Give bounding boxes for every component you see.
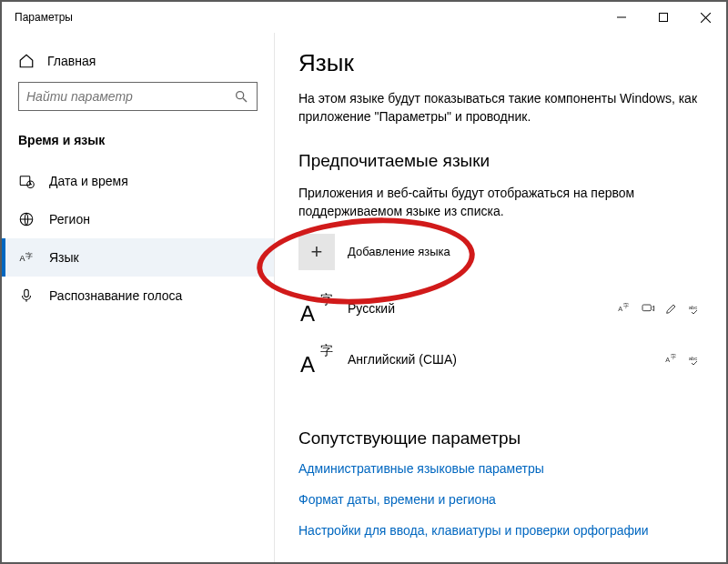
svg-text:A: A xyxy=(20,254,25,263)
link-admin-language[interactable]: Административные языковые параметры xyxy=(298,461,703,476)
preferred-languages-desc: Приложения и веб-сайты будут отображатьс… xyxy=(298,184,699,221)
svg-line-5 xyxy=(243,98,247,102)
language-capabilities: A字 abc xyxy=(664,352,703,367)
display-language-icon: A字 xyxy=(664,352,679,367)
sidebar-item-label: Язык xyxy=(49,250,79,265)
add-language-label: Добавление языка xyxy=(348,245,450,258)
language-icon: A字 xyxy=(18,249,35,266)
globe-icon xyxy=(18,211,35,227)
svg-rect-14 xyxy=(642,305,651,311)
sidebar-home-label: Главная xyxy=(47,54,96,68)
maximize-button[interactable] xyxy=(642,2,684,33)
close-button[interactable] xyxy=(684,2,726,33)
language-glyph-icon: A字 xyxy=(298,290,335,327)
language-glyph-icon: A字 xyxy=(298,341,335,378)
svg-rect-6 xyxy=(20,176,30,186)
sidebar-item-label: Регион xyxy=(49,212,90,227)
language-name: Русский xyxy=(348,301,604,316)
handwriting-icon xyxy=(664,301,679,316)
spellcheck-icon: abc xyxy=(688,301,703,316)
related-title: Сопутствующие параметры xyxy=(298,428,703,448)
sidebar-section-title: Время и язык xyxy=(2,127,274,162)
svg-point-4 xyxy=(237,92,244,99)
sidebar-item-region[interactable]: Регион xyxy=(2,200,274,238)
svg-text:A: A xyxy=(665,355,670,363)
svg-text:abc: abc xyxy=(689,304,698,309)
language-item-russian[interactable]: A字 Русский A字 abc xyxy=(298,283,703,334)
preferred-languages-title: Предпочитаемые языки xyxy=(298,151,703,171)
page-title: Язык xyxy=(298,49,703,77)
link-date-format[interactable]: Формат даты, времени и региона xyxy=(298,492,703,507)
svg-text:abc: abc xyxy=(689,355,698,360)
sidebar-item-speech[interactable]: Распознавание голоса xyxy=(2,277,274,315)
language-item-english-us[interactable]: A字 Английский (США) A字 abc xyxy=(298,334,703,385)
related-section: Сопутствующие параметры Административные… xyxy=(298,428,703,538)
plus-icon: + xyxy=(298,234,335,270)
spellcheck-icon: abc xyxy=(688,352,703,367)
search-icon xyxy=(233,88,249,105)
main-content: Язык На этом языке будут показываться та… xyxy=(275,33,726,562)
home-icon xyxy=(18,53,35,69)
svg-rect-1 xyxy=(660,14,668,22)
sidebar: Главная Время и язык Дата и время xyxy=(2,33,275,562)
search-box[interactable] xyxy=(18,82,258,111)
sidebar-item-date-time[interactable]: Дата и время xyxy=(2,162,274,200)
svg-text:字: 字 xyxy=(623,302,629,308)
display-language-icon: A字 xyxy=(617,301,632,316)
add-language-button[interactable]: + Добавление языка xyxy=(298,234,703,270)
microphone-icon xyxy=(18,287,35,304)
link-input-settings[interactable]: Настройки для ввода, клавиатуры и провер… xyxy=(298,523,703,538)
svg-text:字: 字 xyxy=(25,252,33,260)
window-buttons xyxy=(601,2,726,33)
sidebar-item-label: Распознавание голоса xyxy=(49,288,182,303)
sidebar-home[interactable]: Главная xyxy=(2,45,274,82)
svg-rect-11 xyxy=(25,289,29,297)
svg-text:字: 字 xyxy=(671,353,676,359)
sidebar-item-language[interactable]: A字 Язык xyxy=(2,238,274,277)
calendar-clock-icon xyxy=(18,173,35,189)
minimize-button[interactable] xyxy=(601,2,642,33)
text-to-speech-icon xyxy=(641,301,655,316)
search-input[interactable] xyxy=(26,89,233,104)
window-title: Параметры xyxy=(15,11,73,24)
svg-text:A: A xyxy=(618,304,622,312)
sidebar-nav: Дата и время Регион A字 Язык xyxy=(2,162,274,315)
page-description: На этом языке будут показываться такие к… xyxy=(298,90,699,126)
language-capabilities: A字 abc xyxy=(617,301,703,316)
settings-window: Параметры Главная xyxy=(0,0,728,564)
language-name: Английский (США) xyxy=(348,352,652,367)
titlebar: Параметры xyxy=(2,2,726,33)
sidebar-item-label: Дата и время xyxy=(49,174,128,188)
